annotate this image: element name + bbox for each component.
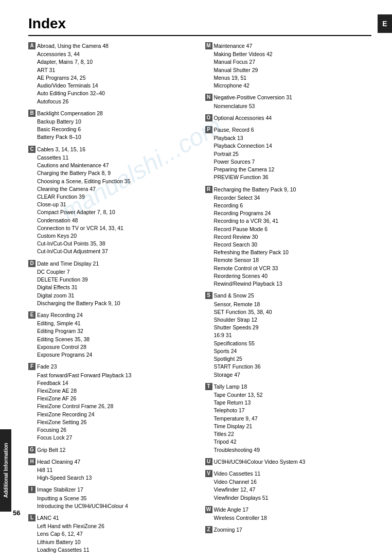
index-section: OOptional Accessories 44 [205,114,372,122]
entry-line: Custom Keys 20 [37,232,195,240]
index-section: LLANC 41Left Hand with FlexiZone 26Lens … [28,514,195,554]
index-section: EEasy Recording 24Editing, Simple 41Edit… [28,311,195,359]
entry-line: CLEAR Function 39 [37,193,195,201]
section-header: GGrip Belt 12 [28,446,195,454]
entry-line: Sports 24 [214,347,372,355]
section-letter-badge: R [205,186,212,193]
index-section: GGrip Belt 12 [28,446,195,454]
entry-line: Refreshing the Battery Pack 10 [214,249,372,256]
entry-line: Grip Belt 12 [37,446,65,454]
entry-line: Video Cassettes 11 [214,470,261,478]
entry-line: Compact Power Adapter 7, 8, 10 [37,208,195,216]
section-entries: Wireless Controller 18 [205,514,372,522]
entry-line: Manual Focus 27 [214,58,372,66]
section-entries: Tape Counter 13, 52Tape Return 13Telepho… [205,391,372,454]
entry-line: ART 31 [37,66,195,74]
section-header: AAbroad, Using the Camera 48 [28,42,195,50]
section-entries: DC Coupler 7DELETE Function 39Digital Ef… [28,268,195,307]
section-header: RRecharging the Battery Pack 9, 10 [205,186,372,194]
section-letter-badge: L [28,514,35,521]
section-header: PPause, Record 6 [205,126,372,134]
index-section: HHead Cleaning 47Hi8 11High-Speed Search… [28,458,195,482]
entry-line: Troubleshooting 49 [214,446,372,454]
entry-line: Abroad, Using the Camera 48 [37,42,109,50]
entry-line: START Function 36 [214,363,372,371]
entry-line: Image Stabilizer 17 [37,486,83,494]
index-section: DDate and Time Display 21DC Coupler 7DEL… [28,260,195,307]
section-letter-badge: O [205,114,212,121]
index-section: WWide Angle 17Wireless Controller 18 [205,506,372,522]
entry-line: FlexiZone AF 26 [37,395,195,402]
index-section: NNegative-Positive Conversion 31Nomencla… [205,94,372,110]
entry-line: Digital zoom 31 [37,292,195,300]
entry-line: Cut-In/Cut-Out Points 35, 38 [37,240,195,248]
section-header: ZZooming 17 [205,526,372,534]
entry-line: Backup Battery 10 [37,118,195,126]
section-letter-badge: G [28,446,35,453]
entry-line: Connection to TV or VCR 14, 33, 41 [37,224,195,232]
entry-line: Tally Lamp 18 [214,383,247,391]
entry-line: Auto Editing Function 32–40 [37,90,195,97]
entry-line: Manual Shutter 29 [214,66,372,74]
entry-line: Playback 13 [214,134,372,142]
entry-line: Shutter Speeds 29 [214,324,372,331]
entry-line: Rewind/Rewind Playback 13 [214,280,372,288]
entry-line: Shoulder Strap 12 [214,316,372,324]
entry-line: Time Display 21 [214,423,372,430]
section-header: CCables 3, 14, 15, 16 [28,146,195,153]
section-letter-badge: S [205,292,212,299]
entry-line: Cut-In/Cut-Out Adjustment 37 [37,248,195,255]
entry-line: Date and Time Display 21 [37,260,99,268]
index-columns: AAbroad, Using the Camera 48Accessories … [28,42,371,558]
entry-line: Wireless Controller 18 [214,514,372,522]
entry-line: Accessories 3, 44 [37,50,195,58]
section-header: VVideo Cassettes 11 [205,470,372,478]
entry-line: Recording 6 [214,202,372,209]
section-entries: Making Better Videos 42Manual Focus 27Ma… [205,50,372,90]
section-header: SSand & Snow 25 [205,292,372,300]
section-header: OOptional Accessories 44 [205,114,372,122]
entry-line: Choosing a Scene, Editing Function 35 [37,178,195,185]
entry-line: Portrait 25 [214,150,372,158]
section-entries: Fast forward/Fast Forward Playback 13Fee… [28,372,195,442]
entry-line: Tripod 42 [214,438,372,446]
entry-line: Optional Accessories 44 [214,114,272,122]
entry-line: Recorder Select 34 [214,194,372,202]
entry-line: Discharging the Battery Pack 9, 10 [37,300,195,307]
index-section: CCables 3, 14, 15, 16Cassettes 11Caution… [28,146,195,256]
section-entries: Inputting a Scene 35Introducing the UC9H… [28,495,195,510]
entry-line: FlexiZone AE 28 [37,387,195,395]
section-header: FFade 23 [28,363,195,371]
entry-line: PREVIEW Function 36 [214,173,372,181]
section-letter-badge: I [28,486,35,493]
entry-line: Remote Sensor 18 [214,256,372,264]
entry-line: Recharging the Battery Pack 9, 10 [214,186,296,194]
entry-line: Lithium Battery 10 [37,538,195,546]
index-section: FFade 23Fast forward/Fast Forward Playba… [28,363,195,442]
entry-line: Recording to a VCR 36, 41 [214,217,372,225]
entry-line: Fade 23 [37,363,57,371]
entry-line: Basic Recording 6 [37,126,195,133]
side-tab-e: E [378,14,392,33]
entry-line: Tape Counter 13, 52 [214,391,372,399]
entry-line: Maintenance 47 [214,42,253,50]
entry-line: Exposure Control 28 [37,343,195,351]
entry-line: Inputting a Scene 35 [37,495,195,502]
entry-line: Hi8 11 [37,466,195,474]
entry-line: SET Function 35, 38, 40 [214,308,372,316]
entry-line: Preparing the Camera 12 [214,166,372,173]
section-entries: Editing, Simple 41Editing Program 32Edit… [28,320,195,359]
section-letter-badge: U [205,458,212,465]
section-entries: Video Channel 16Viewfinder 12, 47Viewfin… [205,478,372,502]
entry-line: Fast forward/Fast Forward Playback 13 [37,372,195,379]
entry-line: Cautions and Maintenance 47 [37,162,195,169]
section-header: TTally Lamp 18 [205,383,372,391]
entry-line: FlexiZone Setting 26 [37,418,195,426]
entry-line: Telephoto 17 [214,407,372,414]
page-container: E Additional Information 56 manualshi...… [0,0,392,560]
entry-line: Viewfinder 12, 47 [214,486,372,494]
section-letter-badge: A [28,42,35,49]
entry-line: Reordering Scenes 40 [214,272,372,280]
left-side-label: Additional Information [0,429,11,512]
entry-line: Microphone 42 [214,82,372,90]
